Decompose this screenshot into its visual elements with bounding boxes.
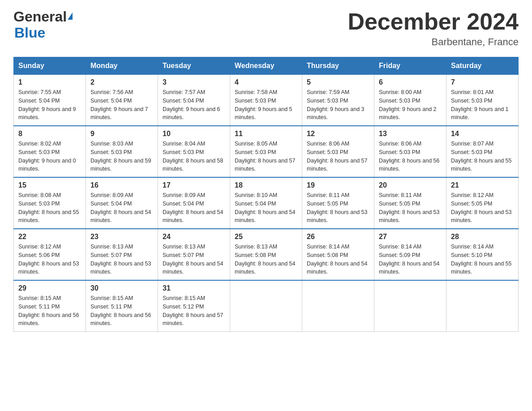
daylight-label: Daylight: 9 hours and 2 minutes.: [379, 106, 437, 121]
table-row: 12 Sunrise: 8:06 AM Sunset: 5:03 PM Dayl…: [302, 126, 374, 177]
day-info: Sunrise: 8:13 AM Sunset: 5:07 PM Dayligh…: [163, 243, 225, 276]
sunset-label: Sunset: 5:07 PM: [163, 252, 204, 258]
page-subtitle: Barbentane, France: [348, 36, 519, 48]
day-number: 20: [379, 181, 442, 189]
day-info: Sunrise: 7:58 AM Sunset: 5:03 PM Dayligh…: [235, 88, 297, 122]
col-saturday: Saturday: [446, 57, 519, 75]
daylight-label: Daylight: 8 hours and 55 minutes.: [451, 158, 512, 172]
sunset-label: Sunset: 5:08 PM: [307, 252, 348, 258]
table-row: 10 Sunrise: 8:04 AM Sunset: 5:03 PM Dayl…: [158, 126, 230, 177]
daylight-label: Daylight: 8 hours and 57 minutes.: [235, 158, 296, 172]
day-info: Sunrise: 8:13 AM Sunset: 5:07 PM Dayligh…: [90, 243, 153, 276]
sunrise-label: Sunrise: 8:14 AM: [451, 244, 493, 250]
table-row: 13 Sunrise: 8:06 AM Sunset: 5:03 PM Dayl…: [374, 126, 446, 177]
day-info: Sunrise: 7:59 AM Sunset: 5:03 PM Dayligh…: [307, 88, 369, 122]
day-number: 17: [163, 181, 225, 189]
daylight-label: Daylight: 9 hours and 6 minutes.: [163, 106, 220, 121]
sunset-label: Sunset: 5:04 PM: [235, 201, 276, 207]
col-thursday: Thursday: [302, 57, 374, 75]
day-number: 8: [18, 130, 81, 138]
sunrise-label: Sunrise: 8:05 AM: [235, 141, 277, 147]
day-number: 31: [163, 284, 225, 292]
day-number: 27: [379, 233, 442, 241]
calendar-week-row: 29 Sunrise: 8:15 AM Sunset: 5:11 PM Dayl…: [14, 280, 519, 332]
day-info: Sunrise: 8:03 AM Sunset: 5:03 PM Dayligh…: [90, 140, 153, 173]
table-row: 14 Sunrise: 8:07 AM Sunset: 5:03 PM Dayl…: [446, 126, 519, 177]
table-row: 1 Sunrise: 7:55 AM Sunset: 5:04 PM Dayli…: [14, 75, 86, 126]
sunrise-label: Sunrise: 7:58 AM: [235, 89, 277, 95]
day-number: 11: [235, 130, 297, 138]
table-row: 5 Sunrise: 7:59 AM Sunset: 5:03 PM Dayli…: [302, 75, 374, 126]
table-row: 26 Sunrise: 8:14 AM Sunset: 5:08 PM Dayl…: [302, 229, 374, 280]
day-number: 28: [451, 233, 514, 241]
day-info: Sunrise: 8:09 AM Sunset: 5:04 PM Dayligh…: [90, 191, 153, 225]
sunset-label: Sunset: 5:05 PM: [451, 201, 492, 207]
sunrise-label: Sunrise: 8:08 AM: [18, 192, 61, 198]
day-number: 13: [379, 130, 442, 138]
page-title: December 2024: [348, 9, 519, 34]
sunset-label: Sunset: 5:04 PM: [90, 201, 132, 207]
day-info: Sunrise: 8:12 AM Sunset: 5:06 PM Dayligh…: [18, 243, 81, 276]
day-number: 26: [307, 233, 369, 241]
sunrise-label: Sunrise: 8:13 AM: [90, 244, 133, 250]
daylight-label: Daylight: 8 hours and 55 minutes.: [18, 209, 79, 224]
day-info: Sunrise: 8:14 AM Sunset: 5:10 PM Dayligh…: [451, 243, 514, 276]
table-row: 4 Sunrise: 7:58 AM Sunset: 5:03 PM Dayli…: [230, 75, 302, 126]
page-header: General Blue December 2024 Barbentane, F…: [13, 9, 519, 48]
day-info: Sunrise: 8:14 AM Sunset: 5:08 PM Dayligh…: [307, 243, 369, 276]
day-number: 14: [451, 130, 514, 138]
sunrise-label: Sunrise: 8:12 AM: [451, 192, 493, 198]
sunset-label: Sunset: 5:09 PM: [379, 252, 420, 258]
logo: General Blue: [13, 9, 73, 41]
calendar-week-row: 1 Sunrise: 7:55 AM Sunset: 5:04 PM Dayli…: [14, 75, 519, 126]
table-row: 8 Sunrise: 8:02 AM Sunset: 5:03 PM Dayli…: [14, 126, 86, 177]
day-number: 15: [18, 181, 81, 189]
calendar-table: Sunday Monday Tuesday Wednesday Thursday…: [13, 57, 519, 332]
sunrise-label: Sunrise: 7:56 AM: [90, 89, 133, 95]
sunrise-label: Sunrise: 7:57 AM: [163, 89, 205, 95]
sunrise-label: Sunrise: 8:04 AM: [163, 141, 205, 147]
col-tuesday: Tuesday: [158, 57, 230, 75]
daylight-label: Daylight: 8 hours and 53 minutes.: [379, 209, 440, 224]
daylight-label: Daylight: 8 hours and 54 minutes.: [235, 209, 296, 224]
day-number: 24: [163, 233, 225, 241]
table-row: 30 Sunrise: 8:15 AM Sunset: 5:11 PM Dayl…: [86, 280, 158, 332]
table-row: [302, 280, 374, 332]
table-row: 31 Sunrise: 8:15 AM Sunset: 5:12 PM Dayl…: [158, 280, 230, 332]
table-row: 27 Sunrise: 8:14 AM Sunset: 5:09 PM Dayl…: [374, 229, 446, 280]
logo-triangle-icon: [68, 13, 73, 20]
daylight-label: Daylight: 9 hours and 3 minutes.: [307, 106, 365, 121]
sunrise-label: Sunrise: 8:09 AM: [90, 192, 133, 198]
sunrise-label: Sunrise: 8:06 AM: [379, 141, 421, 147]
day-info: Sunrise: 8:02 AM Sunset: 5:03 PM Dayligh…: [18, 140, 81, 173]
sunset-label: Sunset: 5:03 PM: [18, 149, 60, 155]
sunset-label: Sunset: 5:04 PM: [163, 201, 204, 207]
daylight-label: Daylight: 8 hours and 54 minutes.: [90, 209, 151, 224]
logo-blue-text: Blue: [14, 25, 45, 41]
sunrise-label: Sunrise: 8:14 AM: [307, 244, 349, 250]
table-row: [374, 280, 446, 332]
table-row: 22 Sunrise: 8:12 AM Sunset: 5:06 PM Dayl…: [14, 229, 86, 280]
sunrise-label: Sunrise: 8:10 AM: [235, 192, 277, 198]
table-row: 15 Sunrise: 8:08 AM Sunset: 5:03 PM Dayl…: [14, 177, 86, 229]
sunset-label: Sunset: 5:10 PM: [451, 252, 492, 258]
table-row: 3 Sunrise: 7:57 AM Sunset: 5:04 PM Dayli…: [158, 75, 230, 126]
day-number: 30: [90, 284, 153, 292]
day-info: Sunrise: 8:10 AM Sunset: 5:04 PM Dayligh…: [235, 191, 297, 225]
sunset-label: Sunset: 5:03 PM: [307, 149, 348, 155]
sunset-label: Sunset: 5:03 PM: [163, 149, 204, 155]
sunset-label: Sunset: 5:07 PM: [90, 252, 132, 258]
daylight-label: Daylight: 8 hours and 56 minutes.: [18, 312, 79, 327]
table-row: 11 Sunrise: 8:05 AM Sunset: 5:03 PM Dayl…: [230, 126, 302, 177]
sunset-label: Sunset: 5:08 PM: [235, 252, 276, 258]
table-row: 24 Sunrise: 8:13 AM Sunset: 5:07 PM Dayl…: [158, 229, 230, 280]
calendar-week-row: 15 Sunrise: 8:08 AM Sunset: 5:03 PM Dayl…: [14, 177, 519, 229]
calendar-week-row: 22 Sunrise: 8:12 AM Sunset: 5:06 PM Dayl…: [14, 229, 519, 280]
col-friday: Friday: [374, 57, 446, 75]
day-info: Sunrise: 8:09 AM Sunset: 5:04 PM Dayligh…: [163, 191, 225, 225]
day-number: 22: [18, 233, 81, 241]
sunset-label: Sunset: 5:05 PM: [379, 201, 420, 207]
sunrise-label: Sunrise: 8:15 AM: [18, 295, 61, 301]
day-info: Sunrise: 8:04 AM Sunset: 5:03 PM Dayligh…: [163, 140, 225, 173]
day-number: 29: [18, 284, 81, 292]
